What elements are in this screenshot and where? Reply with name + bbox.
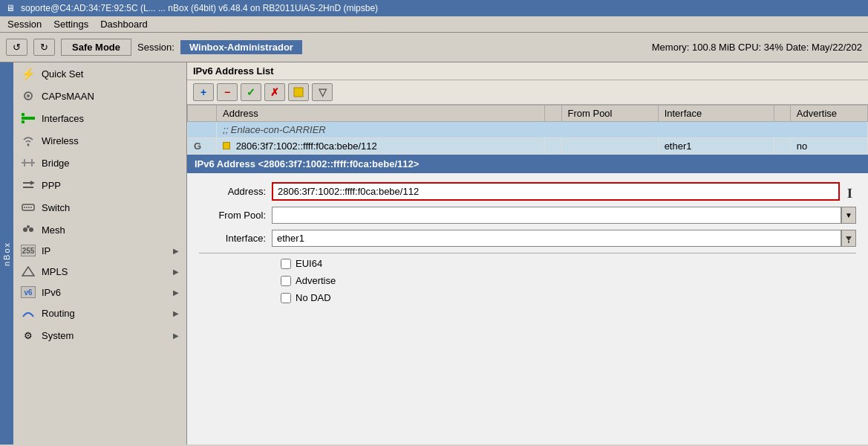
col-sep2 [774, 106, 790, 122]
detail-panel: IPv6 Address <2806:3f7:1002::ffff:f0ca:b… [187, 155, 868, 445]
row-from-pool-cell [561, 138, 658, 155]
sidebar-item-switch[interactable]: Switch [13, 196, 186, 219]
svg-marker-11 [30, 181, 35, 185]
ipv6-list-title: IPv6 Address List [187, 62, 868, 80]
redo-button[interactable]: ↻ [33, 39, 55, 56]
interface-row: Interface: [199, 230, 856, 247]
list-toolbar: + − ✓ ✗ ▽ [187, 80, 868, 105]
add-button[interactable]: + [193, 83, 214, 101]
app-icon: 🖥 [6, 3, 15, 13]
interface-input[interactable] [272, 230, 841, 247]
sidebar-item-bridge[interactable]: Bridge [13, 152, 186, 174]
undo-button[interactable]: ↺ [6, 39, 27, 56]
from-pool-input[interactable] [272, 207, 841, 224]
address-row: Address: 𝐈 [199, 182, 856, 201]
ppp-icon [21, 178, 36, 193]
session-label: Session: [137, 42, 174, 53]
sidebar-label-interfaces: Interfaces [42, 113, 84, 124]
title-bar-text: soporte@C4:AD:34:7E:92:5C (L... ... nBox… [21, 3, 378, 13]
sidebar-item-mesh[interactable]: Mesh [13, 219, 186, 241]
svg-point-17 [23, 227, 27, 232]
interface-label: Interface: [199, 233, 266, 244]
svg-point-5 [27, 144, 30, 146]
from-pool-dropdown-button[interactable]: ▼ [841, 207, 856, 224]
sidebar-label-capsman: CAPsMAAN [42, 91, 94, 102]
routing-arrow-icon: ▶ [173, 309, 179, 317]
row-flag-cell: G [188, 138, 217, 155]
bridge-icon [21, 155, 36, 170]
sidebar-label-switch: Switch [42, 202, 70, 213]
menu-session[interactable]: Session [3, 18, 46, 30]
table-row[interactable]: ;; Enlace-con-CARRIER [188, 122, 868, 138]
col-advertise: Advertise [790, 106, 867, 122]
address-input[interactable] [272, 182, 840, 201]
no-dad-checkbox[interactable] [281, 293, 291, 303]
sidebar-item-interfaces[interactable]: Interfaces [13, 107, 186, 129]
svg-marker-20 [22, 267, 34, 276]
svg-marker-22 [846, 236, 852, 241]
check-button[interactable]: ✓ [241, 83, 261, 101]
from-pool-label: From Pool: [199, 210, 266, 221]
from-pool-select-wrapper: ▼ [272, 207, 856, 224]
row-address-cell: ;; Enlace-con-CARRIER [217, 122, 868, 138]
sys-info: Memory: 100.8 MiB CPU: 34% Date: May/22/… [652, 42, 862, 53]
no-dad-row: No DAD [281, 292, 856, 303]
detail-form: Address: 𝐈 From Pool: ▼ Interface: [187, 173, 868, 318]
sidebar-label-wireless: Wireless [42, 135, 79, 146]
sidebar-label-ppp: PPP [42, 180, 61, 191]
eui64-checkbox[interactable] [281, 259, 291, 269]
table-row[interactable]: G 2806:3f7:1002::ffff:f0ca:bebe/112 ethe… [188, 138, 868, 155]
col-flag [188, 106, 217, 122]
sidebar-label-ipv6: IPv6 [42, 287, 61, 298]
remove-button[interactable]: − [217, 83, 238, 101]
row-sep2-cell [774, 138, 790, 155]
sidebar-item-ip[interactable]: 255 IP ▶ [13, 241, 186, 260]
svg-rect-21 [294, 88, 303, 97]
yellow-dot [223, 142, 230, 149]
ipv6-icon: v6 [21, 286, 36, 298]
ipv6-list-panel: IPv6 Address List + − ✓ ✗ ▽ Address [187, 62, 868, 155]
address-label: Address: [199, 186, 266, 197]
sidebar-item-routing[interactable]: Routing ▶ [13, 302, 186, 324]
sidebar-label-routing: Routing [42, 308, 75, 319]
sidebar-item-capsman[interactable]: CAPsMAAN [13, 85, 186, 107]
sidebar-item-quickset[interactable]: ⚡ Quick Set [13, 62, 186, 85]
row-sep1-cell [545, 138, 561, 155]
safe-mode-button[interactable]: Safe Mode [61, 39, 131, 56]
sidebar-item-system[interactable]: ⚙ System ▶ [13, 324, 186, 346]
quickset-icon: ⚡ [21, 66, 36, 81]
interface-select-wrapper [272, 230, 856, 247]
sidebar-label-mpls: MPLS [42, 266, 68, 277]
cancel-button[interactable]: ✗ [264, 83, 285, 101]
row-flag-cell [188, 122, 217, 138]
ip-arrow-icon: ▶ [173, 247, 179, 255]
sidebar-item-mpls[interactable]: MPLS ▶ [13, 260, 186, 282]
sidebar-label-mesh: Mesh [42, 224, 65, 236]
ip-icon: 255 [21, 245, 36, 256]
menu-settings[interactable]: Settings [49, 18, 93, 30]
advertise-label: Advertise [296, 275, 336, 286]
svg-point-19 [27, 225, 30, 228]
sidebar-item-ipv6[interactable]: v6 IPv6 ▶ [13, 282, 186, 302]
comment-button[interactable] [288, 83, 309, 101]
advertise-checkbox[interactable] [281, 276, 291, 286]
sidebar-label-bridge: Bridge [42, 158, 70, 169]
svg-rect-3 [22, 113, 25, 116]
mesh-icon [21, 222, 36, 237]
routing-icon [21, 306, 36, 320]
main-layout: nBox ⚡ Quick Set CAPsMAAN Interfaces [0, 62, 868, 445]
eui64-row: EUI64 [281, 258, 856, 269]
session-value: Winbox-Administrador [180, 40, 302, 54]
svg-rect-4 [22, 120, 25, 123]
detail-title: IPv6 Address <2806:3f7:1002::ffff:f0ca:b… [187, 155, 868, 173]
svg-rect-2 [22, 117, 35, 120]
ipv6-arrow-icon: ▶ [173, 288, 179, 297]
sidebar-item-ppp[interactable]: PPP [13, 174, 186, 196]
sidebar-item-wireless[interactable]: Wireless [13, 129, 186, 152]
mpls-arrow-icon: ▶ [173, 268, 179, 276]
ipv6-address-table: Address From Pool Interface Advertise ;;… [187, 105, 868, 155]
interface-dropdown-button[interactable] [841, 230, 856, 247]
filter-button[interactable]: ▽ [312, 83, 333, 101]
menu-dashboard[interactable]: Dashboard [96, 18, 152, 30]
col-from-pool: From Pool [561, 106, 658, 122]
